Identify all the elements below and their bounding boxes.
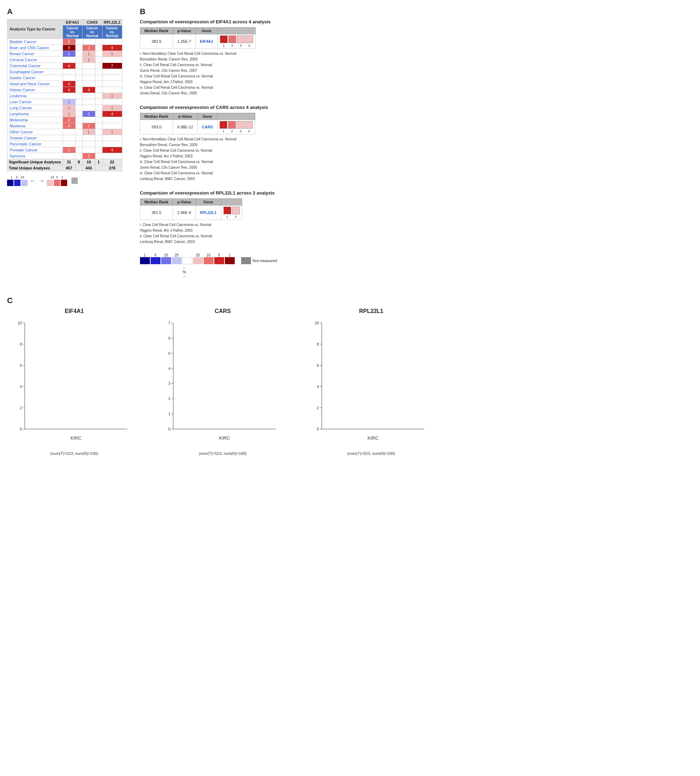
eif4a1-cell-11: 1 [63,105,75,111]
eif4a1-blank-19 [75,153,82,159]
cars-subheader: Cancervs.Normal [82,25,102,39]
rpl22l1-cell-19 [102,153,122,159]
comparison-block-2: Comparision of overexpression of RPL22L1… [140,190,458,245]
rpl22l1-cell-18: 4 [102,147,122,153]
footer-eif4a1-0: 31 [63,159,75,165]
comparison-title-1: Comparision of overexpression of CARS ac… [140,105,458,110]
cancer-name-18: Prostate Cancer [7,147,63,153]
comp-table-0: Median Rankp-ValueGene383.51.25E-7EIF4A1… [140,27,256,49]
cancer-name-12: Lymphoma [7,111,63,117]
svg-text:1: 1 [168,412,170,416]
cars-blank-10 [95,99,102,105]
mini-cell-0-3 [245,35,253,43]
mini-cell-0-2 [237,35,245,43]
cancer-name-8: Kidney Cancer [7,87,63,93]
cars-cell-2: 1 [82,51,95,57]
svg-text:3: 3 [168,381,170,385]
footer-cars-1: 443 [82,165,95,171]
comparison-block-0: Comparision of overexpression of EIF4A1 … [140,19,458,96]
rpl22l1-cell-8 [102,87,122,93]
cars-cell-16 [82,135,95,141]
cars-blank-3 [95,57,102,63]
eif4a1-blank-8 [75,87,82,93]
eif4a1-cell-15 [63,129,75,135]
rpl22l1-cell-3 [102,57,122,63]
rpl22l1-cell-10 [102,99,122,105]
mini-cell-1-3 [245,121,253,129]
footer-rpl22l1-0: 22 [102,159,122,165]
eif4a1-cell-0: 2 [63,39,75,45]
eif4a1-cell-13: 2 [63,117,75,123]
footer-rpl22l1-1: 278 [102,165,122,171]
svg-text:8: 8 [20,342,22,346]
svg-text:KIRC: KIRC [70,436,81,441]
cars-cell-11 [82,105,95,111]
legend-blue3 [14,180,20,186]
cars-blank-6 [95,75,102,81]
rpl22l1-header: RPL22L1 [102,20,122,25]
cars-blank-5 [95,69,102,75]
p-value-1: 6.98E-12 [173,120,198,134]
cars-cell-3: 1 [82,57,95,63]
svg-text:10: 10 [18,321,22,325]
gene-1: CARS [198,120,217,134]
cars-cell-9 [82,93,95,99]
cars-cell-13 [82,117,95,123]
cars-blank-19 [95,153,102,159]
eif4a1-blank-16 [75,135,82,141]
legend-red4 [61,180,67,186]
boxplot-0: EIF4A10246810KIRC(num(T)=523; num(N)=100… [7,308,142,456]
eif4a1-cell-4: 4 [63,63,75,69]
svg-text:7: 7 [168,321,170,325]
boxplot-title-2: RPL22L1 [304,308,438,314]
rpl22l1-cell-1: 4 [102,45,122,51]
rpl22l1-cell-16 [102,135,122,141]
svg-text:4: 4 [168,366,170,370]
legend-red2 [54,180,60,186]
comparison-block-1: Comparision of overexpression of CARS ac… [140,105,458,182]
study-list-0: i. Non-Hereditary Clear Cell Renal Cell … [140,51,458,96]
eif4a1-blank-9 [75,93,82,99]
eif4a1-blank-5 [75,69,82,75]
rpl22l1-cell-5 [102,69,122,75]
cars-cell-1: 2 [82,45,95,51]
cars-blank-18 [95,147,102,153]
cars-cell-18 [82,147,95,153]
cars-cell-8: 4 [82,87,95,93]
gene-0: EIF4A1 [195,34,217,49]
rpl22l1-cell-0 [102,39,122,45]
study-list-2: i. Clear Cell Renal Cell Carcinoma vs. N… [140,222,458,245]
legend-red1 [47,180,53,186]
eif4a1-cell-8: 4 [63,87,75,93]
footer-carsb-0: 1 [95,159,102,165]
cars-blank-4 [95,63,102,69]
study-list-1: i. Non-Hereditary Clear Cell Renal Cell … [140,137,458,182]
cars-blank-0 [95,39,102,45]
rpl22l1-cell-6 [102,75,122,81]
cars-cell-15: 1 [82,129,95,135]
arrow-left: ← [30,177,36,185]
mini-cell-1-2 [237,121,244,129]
cancer-name-4: Colorectal Cancer [7,63,63,69]
cars-cell-17 [82,141,95,147]
rpl22l1-cell-14 [102,123,122,129]
cars-cell-14: 2 [82,123,95,129]
mini-cell-1-1 [228,121,236,129]
rpl22l1-cell-9: 1 [102,93,122,99]
rpl22l1-cell-4: 7 [102,63,122,69]
rpl22l1-cell-15: 1 [102,129,122,135]
svg-text:8: 8 [317,342,319,346]
section-a-label: A [7,7,122,16]
eif4a1-blank-7 [75,81,82,87]
cars-cell-10 [82,99,95,105]
svg-text:0: 0 [20,427,22,431]
boxplot-subtitle-2: (num(T)=523; num(N)=100) [304,451,438,456]
eif4a1-blank-13 [75,117,82,123]
rpl22l1-cell-13 [102,117,122,123]
mini-cell-1-0 [220,121,227,129]
boxplot-svg-0: 0246810KIRC [7,316,134,450]
rpl22l1-cell-17 [102,141,122,147]
comparison-title-2: Comparision of overexpression of RPL22L1… [140,190,458,195]
cars-cell-6 [82,75,95,81]
boxplot-svg-2: 0246810KIRC [304,316,431,450]
